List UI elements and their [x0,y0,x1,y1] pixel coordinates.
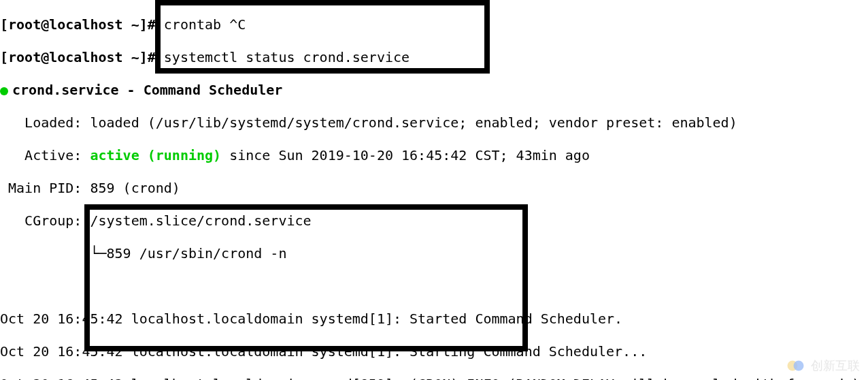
log-line: Oct 20 16:45:42 localhost.localdomain sy… [0,343,868,360]
log-line: Oct 20 16:45:42 localhost.localdomain cr… [0,376,868,380]
log-line: Oct 20 16:45:42 localhost.localdomain sy… [0,311,868,327]
cgroup-child-line: └─859 /usr/sbin/crond -n [0,245,868,262]
loaded-label: Loaded: loaded ( [0,114,156,131]
cmd-systemctl-status: systemctl status crond.service [164,49,410,65]
status-dot-icon [0,87,8,95]
loaded-tail: enabled; vendor preset: enabled) [475,114,737,131]
cmd-crontab-ctrlc: crontab ^C [164,16,246,33]
watermark-text: 创新互联 [811,358,860,374]
cgroup-line: CGroup: /system.slice/crond.service [0,212,868,229]
shell-prompt: [root@localhost ~]# [0,16,164,33]
blank-line [0,278,868,294]
watermark-logo-icon [786,355,807,376]
shell-prompt: [root@localhost ~]# [0,49,164,65]
watermark: 创新互联 [786,355,860,376]
active-label: Active: [0,147,90,163]
main-pid-line: Main PID: 859 (crond) [0,180,868,196]
loaded-path-hidden: /usr/lib/systemd/system/crond.service; [156,114,475,131]
terminal-output: [root@localhost ~]# crontab ^C [root@loc… [0,0,868,380]
service-unit-line: crond.service - Command Scheduler [12,82,282,98]
active-state: active (running) [90,147,221,163]
svg-point-1 [794,361,804,371]
active-since: since Sun 2019-10-20 16:45:42 CST; 43min… [221,147,590,163]
